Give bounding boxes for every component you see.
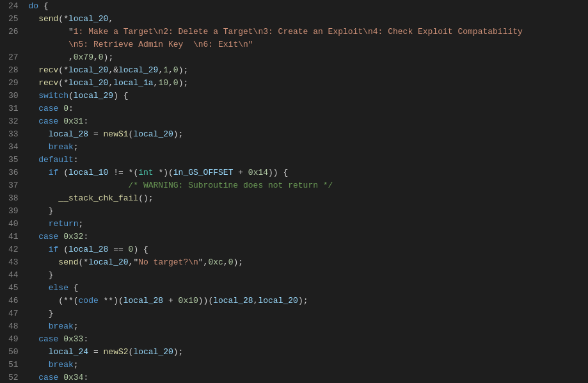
table-row: 39 } [0,205,588,218]
table-row: 38 __stack_chk_fail(); [0,192,588,205]
table-row: 51 break; [0,359,588,371]
line-code: recv(*local_20,&local_29,1,0); [26,64,588,77]
line-number: 30 [0,90,26,102]
table-row: 48 break; [0,320,588,333]
line-number: 51 [0,359,26,371]
line-code: case 0x31: [26,115,588,128]
line-number: 40 [0,218,26,231]
line-code: break; [26,320,588,333]
table-row: 36 if (local_10 != *(int *)(in_GS_OFFSET… [0,167,588,179]
table-row: 45 else { [0,282,588,295]
line-code: case 0x33: [26,333,588,346]
line-code: switch(local_29) { [26,90,588,102]
line-code: (**(code **)(local_28 + 0x10))(local_28,… [26,295,588,307]
line-number: 48 [0,320,26,333]
line-number [0,38,26,51]
table-row: 27 ,0x79,0); [0,51,588,64]
table-row: 40 return; [0,218,588,231]
line-code: } [26,205,588,218]
line-code: case 0x34: [26,371,588,383]
line-code: return; [26,218,588,231]
line-code: send(*local_20,"No target?\n",0xc,0); [26,256,588,269]
line-code: do { [26,0,588,13]
line-number: 52 [0,371,26,383]
line-code: send(*local_20, [26,13,588,26]
line-number: 49 [0,333,26,346]
code-table: 24do {25 send(*local_20,26 "1: Make a Ta… [0,0,588,383]
line-number: 25 [0,13,26,26]
table-row: 46 (**(code **)(local_28 + 0x10))(local_… [0,295,588,307]
line-code: recv(*local_20,local_1a,10,0); [26,77,588,90]
line-code: local_24 = newS2(local_20); [26,346,588,359]
table-row: \n5: Retrieve Admin Key \n6: Exit\n" [0,38,588,51]
table-row: 31 case 0: [0,102,588,115]
line-number: 31 [0,102,26,115]
line-code: break; [26,359,588,371]
line-code: default: [26,154,588,167]
table-row: 50 local_24 = newS2(local_20); [0,346,588,359]
line-number: 50 [0,346,26,359]
line-number: 26 [0,26,26,38]
line-number: 27 [0,51,26,64]
table-row: 47 } [0,307,588,320]
line-code: \n5: Retrieve Admin Key \n6: Exit\n" [26,38,588,51]
line-number: 24 [0,0,26,13]
table-row: 43 send(*local_20,"No target?\n",0xc,0); [0,256,588,269]
line-code: ,0x79,0); [26,51,588,64]
line-code: local_28 = newS1(local_20); [26,128,588,141]
line-code: if (local_10 != *(int *)(in_GS_OFFSET + … [26,167,588,179]
line-number: 29 [0,77,26,90]
table-row: 32 case 0x31: [0,115,588,128]
line-number: 38 [0,192,26,205]
line-number: 45 [0,282,26,295]
line-code: } [26,307,588,320]
line-number: 36 [0,167,26,179]
line-code: /* WARNING: Subroutine does not return *… [26,179,588,192]
table-row: 37 /* WARNING: Subroutine does not retur… [0,179,588,192]
line-code: break; [26,141,588,154]
table-row: 52 case 0x34: [0,371,588,383]
table-row: 35 default: [0,154,588,167]
table-row: 25 send(*local_20, [0,13,588,26]
line-code: "1: Make a Target\n2: Delete a Target\n3… [26,26,588,38]
line-code: else { [26,282,588,295]
table-row: 49 case 0x33: [0,333,588,346]
line-number: 47 [0,307,26,320]
line-number: 46 [0,295,26,307]
line-number: 35 [0,154,26,167]
line-number: 33 [0,128,26,141]
line-number: 43 [0,256,26,269]
line-number: 44 [0,269,26,282]
line-code: } [26,269,588,282]
line-code: if (local_28 == 0) { [26,243,588,256]
table-row: 28 recv(*local_20,&local_29,1,0); [0,64,588,77]
table-row: 26 "1: Make a Target\n2: Delete a Target… [0,26,588,38]
line-code: case 0: [26,102,588,115]
code-editor: 24do {25 send(*local_20,26 "1: Make a Ta… [0,0,588,383]
table-row: 34 break; [0,141,588,154]
line-number: 39 [0,205,26,218]
table-row: 29 recv(*local_20,local_1a,10,0); [0,77,588,90]
line-number: 41 [0,231,26,243]
line-number: 32 [0,115,26,128]
table-row: 41 case 0x32: [0,231,588,243]
line-number: 42 [0,243,26,256]
line-code: __stack_chk_fail(); [26,192,588,205]
table-row: 44 } [0,269,588,282]
table-row: 24do { [0,0,588,13]
line-number: 34 [0,141,26,154]
table-row: 30 switch(local_29) { [0,90,588,102]
line-number: 37 [0,179,26,192]
line-code: case 0x32: [26,231,588,243]
table-row: 33 local_28 = newS1(local_20); [0,128,588,141]
table-row: 42 if (local_28 == 0) { [0,243,588,256]
line-number: 28 [0,64,26,77]
